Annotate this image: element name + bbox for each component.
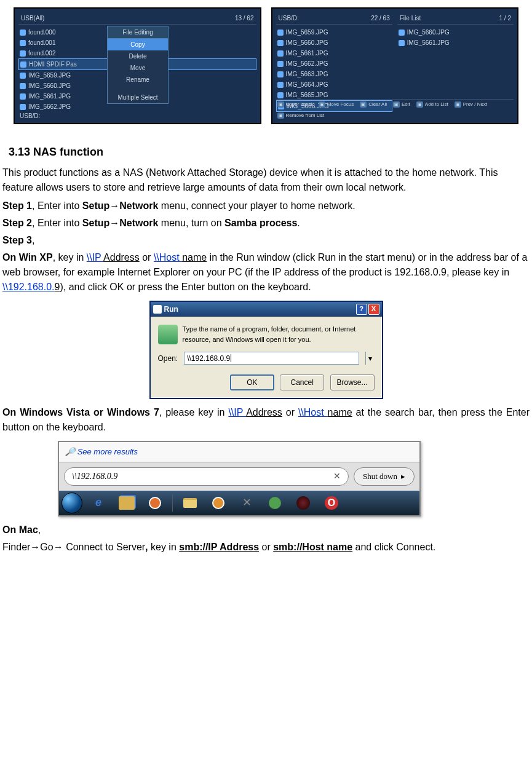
file-icon (399, 30, 405, 36)
col2-count: 1 / 2 (499, 14, 511, 23)
file-icon (20, 83, 26, 89)
ie-icon[interactable]: e (86, 494, 111, 512)
menu-item[interactable]: Move (108, 62, 168, 74)
footer-hints: ▣Upper Level▣Move Focus▣Clear All▣Edit▣A… (276, 99, 514, 121)
key-icon: ▣ (455, 101, 461, 108)
menu-item[interactable]: Rename (108, 74, 168, 85)
run-titlebar: Run ? X (151, 302, 382, 317)
file-name: IMG_5661.JPG (28, 92, 71, 101)
key-icon: ▣ (277, 101, 284, 108)
file-row[interactable]: IMG_5661.JPG (276, 48, 392, 58)
file-name: IMG_5660.JPG (286, 38, 328, 47)
winxp-paragraph: On Win XP, key in \\IP Address or \\Host… (2, 250, 530, 295)
file-icon (20, 104, 26, 110)
folder-icon[interactable] (178, 494, 202, 512)
col1-count: 22 / 63 (371, 14, 390, 23)
start-orb-icon[interactable] (62, 493, 82, 513)
menu-item[interactable]: Delete (108, 50, 168, 62)
file-name: IMG_5659.JPG (28, 71, 71, 80)
unknown-icon[interactable]: ✕ (234, 494, 259, 512)
file-icon (20, 30, 26, 36)
context-menu: File Editing CopyDeleteMoveRename Multip… (107, 26, 169, 104)
section-heading: 3.13 NAS function (9, 144, 530, 160)
file-icon (20, 61, 26, 68)
player-icon[interactable] (206, 494, 231, 512)
browse-button[interactable]: Browse... (330, 374, 375, 390)
file-icon (20, 73, 26, 79)
vista-host-link[interactable]: \\Host (298, 407, 328, 418)
key-icon: ▣ (277, 113, 284, 119)
file-row[interactable]: IMG_5660.JPG (276, 38, 392, 48)
run-dialog: Run ? X Type the name of a program, fold… (149, 301, 383, 399)
footer-hint: ▣Edit (393, 101, 410, 108)
vista-paragraph: On Windows Vista or Windows 7, please ke… (2, 405, 530, 435)
file-icon (20, 50, 26, 57)
file-name: IMG_5660.JPG (407, 28, 450, 37)
vista-ip-link[interactable]: \\IP (228, 407, 246, 418)
key-icon: ▣ (360, 101, 367, 108)
count-label: 13 / 62 (235, 14, 254, 23)
see-more-results[interactable]: 🔎 See more results (59, 442, 419, 462)
key-icon: ▣ (319, 101, 325, 108)
footer-hint: ▣Prev / Next (455, 101, 488, 108)
shutdown-button[interactable]: Shut down▸ (354, 467, 415, 486)
opera-icon[interactable]: O (319, 494, 344, 512)
ok-button[interactable]: OK (230, 374, 274, 390)
file-row[interactable]: IMG_5661.JPG (397, 38, 514, 48)
media-icon[interactable] (143, 494, 167, 512)
clear-icon[interactable]: ✕ (333, 470, 341, 483)
file-name: IMG_5661.JPG (286, 49, 328, 58)
open-dropdown[interactable]: ▾ (365, 352, 375, 365)
file-name: IMG_5664.JPG (286, 80, 328, 89)
run-description: Type the name of a program, folder, docu… (183, 324, 375, 344)
key-icon: ▣ (416, 101, 423, 108)
file-icon (277, 30, 284, 36)
file-row[interactable]: IMG_5659.JPG (276, 27, 392, 38)
open-input[interactable]: \\192.168.0.9 (184, 352, 359, 365)
footer-hint: ▣Clear All (360, 101, 387, 108)
green-app-icon[interactable] (263, 494, 287, 512)
spiral-app-icon[interactable] (291, 494, 316, 512)
file-icon (277, 71, 284, 77)
search-input[interactable]: \\192.168.0.9 ✕ (64, 467, 349, 486)
file-row[interactable]: IMG_5660.JPG (397, 27, 514, 38)
menu-item[interactable]: Copy (108, 39, 168, 50)
chevron-right-icon: ▸ (401, 470, 405, 483)
menu-item[interactable] (108, 85, 168, 92)
footer-hint: ▣Remove from List (277, 112, 325, 119)
file-row[interactable]: IMG_5662.JPG (276, 58, 392, 69)
file-icon (277, 92, 284, 98)
file-icon (20, 40, 26, 46)
screenshot-file-list: USB/D: 22 / 63 IMG_5659.JPGIMG_5660.JPGI… (271, 7, 519, 124)
open-label: Open: (158, 353, 178, 364)
explorer-icon[interactable] (114, 494, 139, 512)
help-button[interactable]: ? (356, 304, 367, 315)
cancel-button[interactable]: Cancel (280, 374, 324, 390)
file-name: IMG_5662.JPG (286, 59, 328, 68)
file-row[interactable]: IMG_5663.JPG (276, 69, 392, 79)
run-icon (158, 325, 178, 344)
step-3: Step 3, (2, 233, 530, 248)
close-button[interactable]: X (368, 304, 379, 315)
taskbar: e ✕ O (59, 491, 419, 515)
file-row[interactable]: IMG_5664.JPG (276, 79, 392, 90)
file-icon (277, 40, 284, 46)
ip-address-link[interactable]: \\IP (87, 252, 103, 263)
screenshot-file-editing: USB(All) 13 / 62 found.000found.001found… (14, 7, 261, 124)
file-name: HDMI SPDIF Pas (29, 60, 77, 69)
host-name-link[interactable]: \\Host (154, 252, 182, 263)
usb-all-label: USB(All) (21, 14, 44, 23)
file-icon (277, 82, 284, 88)
file-name: IMG_5662.JPG (28, 102, 71, 111)
usb-d-label: USB/D: (20, 111, 40, 121)
mac-paragraph: Finder→Go→ Connect to Server, key in smb… (2, 540, 530, 555)
ip-example-link[interactable]: \\192.168.0. (2, 282, 55, 292)
run-window-icon (153, 305, 162, 314)
file-icon (399, 40, 405, 46)
file-name: IMG_5665.JPG (286, 90, 328, 100)
col2-header: File List (400, 14, 421, 23)
menu-item[interactable]: Multiple Select (108, 92, 168, 103)
run-title-text: Run (164, 304, 178, 315)
intro-paragraph: This product functions as a NAS (Network… (2, 165, 530, 195)
file-name: IMG_5663.JPG (286, 69, 328, 79)
